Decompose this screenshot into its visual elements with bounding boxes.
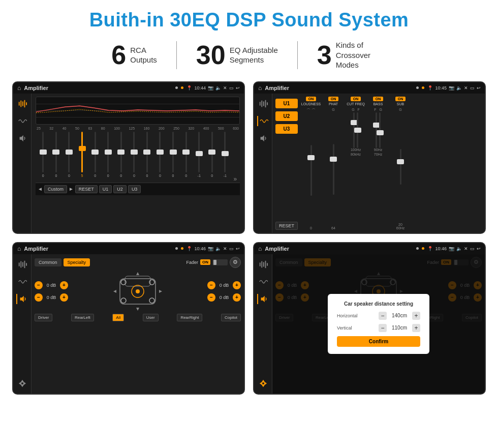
- cutfreq-slider-f[interactable]: [357, 112, 358, 148]
- slider-6[interactable]: 0: [104, 132, 113, 183]
- bass-label: BASS: [374, 102, 383, 106]
- cutfreq-control: ON CUT FREQ GF: [346, 97, 366, 230]
- svg-marker-11: [260, 135, 264, 141]
- confirm-button[interactable]: Confirm: [337, 336, 420, 347]
- wave-icon-4[interactable]: [257, 277, 269, 287]
- driver-btn[interactable]: Driver: [35, 314, 52, 321]
- speaker-icon[interactable]: [16, 133, 28, 143]
- bass-hz2-label: 70Hz: [374, 153, 382, 156]
- slider-11[interactable]: 0: [169, 132, 178, 183]
- eq-icon-3[interactable]: [16, 259, 28, 270]
- u2-btn[interactable]: U2: [113, 185, 127, 193]
- left-front-minus[interactable]: −: [35, 281, 43, 289]
- slider-4[interactable]: 5: [78, 132, 87, 183]
- curve1-btn[interactable]: ⌒: [306, 108, 310, 113]
- loudness-slider[interactable]: [310, 145, 312, 196]
- svg-marker-21: [23, 381, 25, 385]
- vertical-minus-btn[interactable]: −: [379, 324, 387, 332]
- next-arrow[interactable]: ►: [69, 186, 74, 192]
- stat-text-eq: EQ AdjustableSegments: [230, 45, 278, 65]
- fader-on-badge[interactable]: ON: [200, 259, 210, 265]
- left-front-plus[interactable]: +: [60, 281, 68, 289]
- wave-icon[interactable]: [16, 116, 28, 126]
- vol-icon-3: 🔈: [215, 246, 221, 251]
- bass-slider-g[interactable]: [379, 112, 381, 148]
- right-front-minus[interactable]: −: [207, 281, 215, 289]
- bass-on-badge[interactable]: ON: [373, 97, 384, 101]
- vertical-plus-btn[interactable]: +: [412, 324, 420, 332]
- speaker-icon-4[interactable]: [257, 294, 269, 304]
- u1-crossover-btn[interactable]: U1: [275, 99, 298, 108]
- curve2-btn[interactable]: ⌒: [312, 108, 316, 113]
- eq-icon-active[interactable]: [16, 99, 28, 109]
- x-icon-4: ✕: [464, 246, 468, 251]
- main-title: Buith-in 30EQ DSP Sound System: [12, 9, 486, 31]
- left-rear-plus[interactable]: +: [60, 293, 68, 302]
- rect-icon-2: ▭: [470, 85, 475, 91]
- speaker-status-title: Amplifier: [24, 246, 172, 252]
- status-dot-s1: [175, 247, 178, 250]
- speaker-icon-2[interactable]: [257, 133, 269, 143]
- reset-btn[interactable]: RESET: [75, 185, 98, 193]
- horizontal-row: Horizontal − 140cm +: [337, 312, 420, 320]
- settings-icon-btn[interactable]: ⚙: [230, 257, 241, 268]
- copilot-btn[interactable]: Copilot: [221, 314, 241, 321]
- left-rear-minus[interactable]: −: [35, 293, 43, 302]
- slider-15[interactable]: -1: [221, 132, 230, 183]
- sub-on-badge[interactable]: ON: [395, 97, 406, 101]
- slider-9[interactable]: 0: [142, 132, 151, 183]
- eq-bottom-bar: ◄ Custom ► RESET U1 U2 U3: [36, 183, 240, 195]
- rear-left-btn[interactable]: RearLeft: [71, 314, 94, 321]
- u2-crossover-btn[interactable]: U2: [275, 111, 298, 121]
- slider-14[interactable]: 0: [207, 132, 216, 183]
- slider-1[interactable]: 0: [39, 132, 48, 183]
- right-rear-minus[interactable]: −: [207, 293, 215, 302]
- right-front-plus[interactable]: +: [233, 281, 241, 289]
- slider-10[interactable]: 0: [155, 132, 165, 183]
- u3-btn[interactable]: U3: [128, 185, 141, 193]
- eq-icon-4[interactable]: [257, 259, 269, 270]
- arrows-icon-3[interactable]: [16, 378, 28, 389]
- slider-8[interactable]: 0: [130, 132, 139, 183]
- rear-right-btn[interactable]: RearRight: [177, 314, 202, 321]
- right-rear-plus[interactable]: +: [233, 293, 241, 302]
- home-icon-4: ⌂: [258, 245, 262, 252]
- svg-point-29: [149, 298, 154, 303]
- crossover-side-icons: [254, 94, 272, 233]
- cutfreq-on-badge[interactable]: ON: [351, 97, 361, 101]
- slider-2[interactable]: 0: [51, 132, 60, 183]
- common-tab[interactable]: Common: [35, 258, 61, 266]
- horizontal-minus-btn[interactable]: −: [379, 312, 387, 320]
- slider-5[interactable]: 0: [90, 132, 100, 183]
- slider-13[interactable]: -1: [195, 132, 204, 183]
- u1-btn[interactable]: U1: [99, 185, 112, 193]
- specialty-tab[interactable]: Specialty: [64, 258, 90, 266]
- u3-crossover-btn[interactable]: U3: [275, 124, 298, 134]
- more-icon[interactable]: »: [233, 175, 237, 183]
- user-btn[interactable]: User: [143, 314, 159, 321]
- cam-icon-3: 📷: [208, 246, 213, 251]
- phat-slider[interactable]: [333, 144, 334, 195]
- all-btn[interactable]: All: [112, 314, 124, 321]
- slider-12[interactable]: 0: [181, 132, 191, 183]
- eq-time: 10:44: [194, 85, 206, 91]
- speaker-icon-3[interactable]: [16, 294, 28, 304]
- prev-arrow[interactable]: ◄: [38, 186, 43, 192]
- sub-slider[interactable]: [400, 149, 401, 185]
- crossover-reset-btn[interactable]: RESET: [275, 222, 298, 230]
- horizontal-plus-btn[interactable]: +: [412, 312, 420, 320]
- fader-slider[interactable]: [212, 259, 228, 265]
- arrows-icon-4[interactable]: [257, 378, 269, 389]
- phat-on-badge[interactable]: ON: [328, 97, 339, 101]
- svg-rect-13: [20, 261, 21, 267]
- wave-icon-2[interactable]: [257, 116, 269, 126]
- slider-7[interactable]: 0: [116, 132, 126, 183]
- eq-icon-2[interactable]: [257, 99, 269, 109]
- svg-rect-7: [261, 100, 262, 107]
- custom-btn[interactable]: Custom: [44, 185, 67, 193]
- slider-3[interactable]: 0: [65, 132, 74, 183]
- eq-main-area: 25 32 40 50 63 80 100 125 160 200 250 32…: [32, 94, 244, 233]
- wave-icon-3[interactable]: [16, 277, 28, 287]
- loudness-on-badge[interactable]: ON: [306, 97, 317, 101]
- stat-rca: 6 RCAOutputs: [92, 42, 176, 68]
